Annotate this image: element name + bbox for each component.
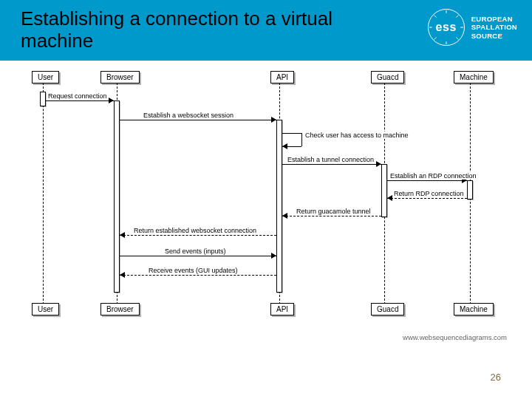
activation-user [40,92,46,106]
page-number: 26 [491,372,501,383]
arrowhead-icon [282,213,287,219]
msg-request-connection: Request connection [47,92,108,100]
arrow-return-tunnel [282,216,381,216]
slide: Establishing a connection to a virtual m… [0,0,532,399]
actor-guacd-bottom: Guacd [371,303,404,316]
arrow-receive-events [120,275,276,276]
actor-guacd-top: Guacd [371,71,404,83]
actor-machine-bottom: Machine [454,303,494,316]
msg-return-ws: Return established websocket connection [133,227,257,234]
page-title: Establishing a connection to a virtual m… [21,8,390,52]
arrow-rdp [387,180,467,181]
arrow-return-ws [120,235,276,236]
arrowhead-icon [109,98,114,103]
arrow-tunnel [282,164,381,165]
lifeline-user [43,83,44,304]
watermark-text: www.websequencediagrams.com [403,333,507,341]
logo-wordmark: EUROPEAN SPALLATION SOURCE [471,15,517,40]
svg-line-7 [434,37,436,39]
arrowhead-icon [271,253,276,259]
arrow-send-events [120,256,276,256]
msg-tunnel: Establish a tunnel connection [287,156,375,163]
arrow-establish-websocket [120,120,276,120]
msg-establish-websocket: Establish a websocket session [143,112,234,119]
svg-line-4 [434,16,436,18]
actor-machine-top: Machine [454,71,494,83]
logo-line-2: SPALLATION [471,23,517,31]
arrowhead-icon [271,117,276,123]
self-side [301,133,302,146]
actor-user-top: User [32,71,59,83]
arrowhead-icon [387,195,392,201]
arrowhead-icon [120,272,125,278]
activation-api [276,120,282,293]
arrowhead-icon [376,161,381,167]
msg-send-events: Send events (inputs) [164,248,227,255]
actor-user-bottom: User [32,303,59,316]
arrowhead-icon [120,232,125,238]
svg-line-5 [456,37,458,39]
actor-api-bottom: API [270,303,294,316]
header-bar: Establishing a connection to a virtual m… [0,0,532,61]
logo-line-1: EUROPEAN [471,15,517,23]
svg-line-6 [456,16,458,18]
msg-return-tunnel: Return guacamole tunnel [296,208,372,215]
msg-return-rdp: Return RDP connection [393,190,464,197]
logo-line-3: SOURCE [471,32,517,40]
self-top [282,133,301,134]
ess-logo-circle-icon: ess [428,9,465,46]
arrowhead-icon [282,143,287,149]
arrow-request-connection [46,100,114,101]
actor-browser-top: Browser [100,71,140,83]
activation-guacd [381,164,387,217]
brand-logo: ess EUROPEAN SPALLATION SOURCE [428,9,517,46]
logo-ticks-icon [429,10,464,45]
arrow-return-rdp [387,198,467,199]
msg-receive-events: Receive events (GUI updates) [148,267,239,274]
activation-machine [467,180,473,200]
actor-api-top: API [270,71,294,83]
sequence-diagram: User Browser API Guacd Machine User Brow… [21,69,508,335]
activation-browser [114,100,120,293]
msg-establish-rdp: Establish an RDP connection [389,172,477,180]
actor-browser-bottom: Browser [100,303,140,316]
msg-check-access: Check user has access to machine [304,132,409,139]
